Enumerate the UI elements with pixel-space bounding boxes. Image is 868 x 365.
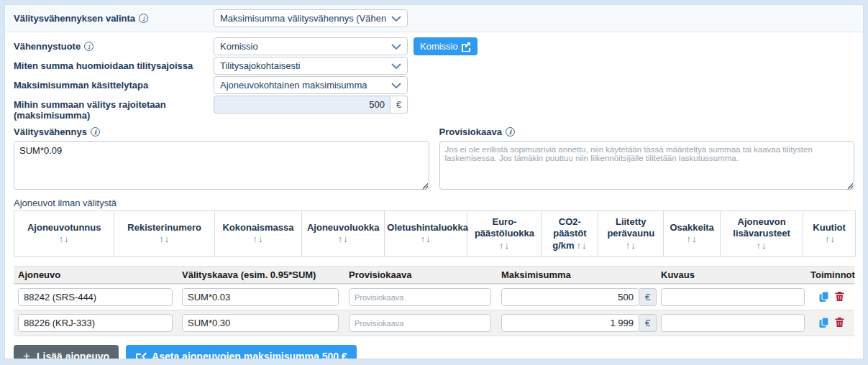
info-icon[interactable]: i — [91, 127, 100, 137]
brokerage-type-select[interactable]: Maksimisumma välitysvähennys (Vähen... — [214, 9, 408, 27]
max-sum-group: € — [214, 96, 408, 114]
column-header[interactable]: Oletushintaluokka↑↓ — [385, 211, 467, 257]
timing-select[interactable]: Tilitysajokohtaisesti — [214, 57, 408, 75]
chevron-down-icon — [391, 15, 401, 22]
column-header[interactable]: Liitetty perävaunu↑↓ — [598, 211, 664, 257]
handling-select[interactable]: Ajoneuvokohtainen maksimisumma — [214, 76, 408, 94]
vehicle-row: € — [14, 284, 854, 310]
column-header[interactable]: Euro-päästöluokka↑↓ — [467, 211, 542, 257]
max-sum-label: Mihin summaan välitys rajoitetaan (maksi… — [14, 99, 166, 121]
currency-suffix: € — [390, 96, 408, 114]
sort-icon[interactable]: ↑↓ — [666, 234, 718, 245]
column-header[interactable]: CO2-päästöt g/km↑↓ — [542, 211, 598, 257]
chevron-down-icon — [391, 63, 401, 70]
product-value: Komissio — [220, 41, 258, 52]
vehicles-table-header: Ajoneuvo Välityskaava (esim. 0.95*SUM) P… — [14, 267, 854, 284]
timing-label: Miten summa huomioidaan tilitysajoissa — [14, 60, 193, 71]
sort-icon[interactable]: ↑↓ — [304, 234, 382, 245]
external-link-icon — [461, 42, 471, 52]
column-header[interactable]: Rekisterinumero↑↓ — [114, 211, 214, 257]
description-input[interactable] — [661, 288, 805, 306]
settings-form: Vähennystuotei Komissio Komissio Miten s… — [5, 32, 863, 124]
brokerage-type-value: Maksimisumma välitysvähennys (Vähen... — [220, 13, 387, 24]
column-header[interactable]: Osakkeita↑↓ — [664, 211, 721, 257]
sort-icon[interactable]: ↑↓ — [600, 240, 661, 251]
table-actions: + Lisää ajoneuvo Aseta ajoneuvojen maksi… — [5, 336, 863, 359]
no-brokerage-label: Ajoneuvot ilman välitystä — [5, 192, 863, 211]
max-sum-input[interactable] — [214, 96, 390, 114]
deduction-label: Välitysvähennys — [14, 126, 87, 137]
description-input[interactable] — [661, 314, 805, 332]
info-icon[interactable]: i — [84, 42, 93, 51]
copy-row-button[interactable] — [818, 291, 830, 302]
currency-suffix: € — [639, 314, 657, 332]
commission-header: Provisiokaava — [349, 269, 501, 280]
column-header[interactable]: Kuutiot ↑↓ — [803, 211, 856, 257]
info-icon[interactable]: i — [139, 14, 148, 23]
vehicle-row: € — [14, 310, 854, 336]
vehicle-header: Ajoneuvo — [18, 269, 182, 280]
sort-icon[interactable]: ↑↓ — [17, 234, 111, 245]
plus-icon: + — [23, 349, 30, 359]
max-sum-input[interactable] — [501, 288, 639, 306]
sort-icon[interactable]: ↑↓ — [217, 234, 299, 245]
trash-icon — [834, 317, 846, 328]
product-label: Vähennystuote — [14, 41, 81, 52]
sort-icon[interactable]: ↑↓ — [577, 240, 588, 251]
column-header[interactable]: Ajoneuvotunnus↑↓ — [14, 211, 114, 257]
column-header[interactable]: Kokonaismassa↑↓ — [214, 211, 301, 257]
brokerage-type-row: Välitysvähennyksen valintai Maksimisumma… — [5, 5, 863, 32]
currency-suffix: € — [639, 288, 657, 306]
delete-row-button[interactable] — [834, 317, 846, 328]
brokerage-settings-panel: Välitysvähennyksen valintai Maksimisumma… — [4, 4, 864, 359]
chevron-down-icon — [391, 82, 401, 89]
sort-icon[interactable]: ↑↓ — [723, 240, 800, 251]
delete-row-button[interactable] — [834, 291, 846, 302]
add-vehicle-button[interactable]: + Lisää ajoneuvo — [14, 345, 119, 359]
commission-formula-textarea[interactable] — [439, 141, 855, 190]
sort-icon[interactable]: ↑↓ — [470, 240, 539, 251]
timing-value: Tilitysajokohtaisesti — [220, 60, 301, 71]
description-header: Kuvaus — [661, 269, 810, 280]
no-brokerage-table: Ajoneuvotunnus↑↓ Rekisterinumero↑↓ Kokon… — [14, 211, 856, 257]
formula-section: Välitysvähennysi SUM*0.09 Provisiokaavai — [5, 124, 863, 192]
column-header[interactable]: Ajoneuvoluokka↑↓ — [302, 211, 385, 257]
actions-header: Toiminnot — [810, 269, 859, 280]
handling-label: Maksimisumman käsittelytapa — [14, 80, 148, 91]
set-max-sum-button[interactable]: Aseta ajoneuvojen maksimisumma 500 € — [126, 345, 357, 359]
vehicles-table: Ajoneuvo Välityskaava (esim. 0.95*SUM) P… — [14, 266, 854, 336]
info-icon[interactable]: i — [506, 127, 515, 137]
deduction-formula-textarea[interactable]: SUM*0.09 — [14, 141, 429, 190]
chevron-down-icon — [391, 43, 401, 50]
copy-icon — [818, 291, 830, 302]
brokerage-formula-input[interactable] — [182, 314, 339, 332]
sort-icon[interactable]: ↑↓ — [117, 234, 211, 245]
commission-formula-input[interactable] — [349, 314, 491, 332]
komissio-link-label: Komissio — [420, 41, 458, 52]
vehicle-id-input[interactable] — [18, 314, 173, 332]
max-sum-input[interactable] — [501, 314, 639, 332]
copy-icon — [818, 317, 830, 328]
set-max-sum-label: Aseta ajoneuvojen maksimisumma 500 € — [152, 351, 347, 359]
column-header[interactable]: Ajoneuvon lisävarusteet↑↓ — [721, 211, 803, 257]
product-select[interactable]: Komissio — [214, 37, 408, 55]
handling-value: Ajoneuvokohtainen maksimisumma — [220, 80, 367, 91]
brokerage-type-label: Välitysvähennyksen valinta — [14, 13, 135, 24]
sort-icon[interactable]: ↑↓ — [825, 234, 836, 244]
vehicle-id-input[interactable] — [18, 288, 173, 306]
edit-icon — [135, 351, 147, 359]
brokerage-formula-input[interactable] — [182, 288, 339, 306]
formula-header: Välityskaava (esim. 0.95*SUM) — [182, 269, 349, 280]
copy-row-button[interactable] — [818, 317, 830, 328]
commission-formula-label: Provisiokaava — [439, 126, 502, 137]
komissio-link-button[interactable]: Komissio — [414, 37, 478, 55]
sort-icon[interactable]: ↑↓ — [387, 234, 465, 245]
trash-icon — [834, 291, 846, 302]
add-vehicle-label: Lisää ajoneuvo — [37, 351, 109, 359]
commission-formula-input[interactable] — [349, 288, 491, 306]
max-header: Maksimisumma — [501, 269, 661, 280]
